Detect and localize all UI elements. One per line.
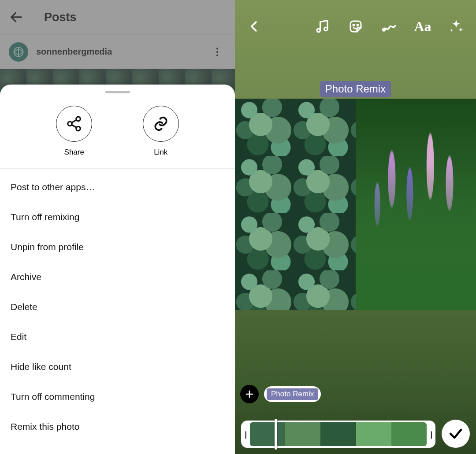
page-title: Posts	[44, 11, 77, 24]
svg-line-8	[72, 120, 77, 122]
link-icon	[143, 106, 179, 142]
posts-screen: Posts sonnenbergmedia Share Link	[0, 0, 235, 454]
text-tool-icon[interactable]: Aa	[413, 16, 433, 37]
option-delete[interactable]: Delete	[0, 292, 235, 322]
svg-point-3	[216, 51, 218, 52]
posts-header: Posts	[0, 0, 235, 34]
svg-line-9	[72, 125, 77, 127]
svg-point-2	[216, 48, 218, 49]
option-edit[interactable]: Edit	[0, 322, 235, 352]
share-label: Share	[64, 148, 84, 157]
add-clip-button[interactable]	[240, 385, 259, 403]
story-back-icon[interactable]	[245, 17, 264, 36]
svg-point-13	[357, 25, 358, 26]
option-remix-this-photo[interactable]: Remix this photo	[0, 412, 235, 442]
music-icon[interactable]	[312, 16, 332, 37]
post-header: sonnenbergmedia	[0, 34, 235, 69]
scribble-icon[interactable]	[379, 16, 399, 37]
collage-left-image	[235, 99, 356, 310]
options-bottom-sheet: Share Link Post to other apps… Turn off …	[0, 85, 235, 454]
option-turn-off-remixing[interactable]: Turn off remixing	[0, 202, 235, 232]
svg-point-10	[317, 29, 320, 32]
photo-remix-chip-label: Photo Remix	[267, 388, 318, 400]
photo-remix-chip[interactable]: Photo Remix	[264, 386, 321, 402]
trim-handle-right[interactable]: ❘	[428, 424, 434, 444]
sparkle-icon[interactable]	[446, 16, 466, 37]
story-tool-icons: Aa	[312, 16, 466, 37]
back-arrow-icon[interactable]	[9, 10, 26, 25]
option-turn-off-commenting[interactable]: Turn off commenting	[0, 382, 235, 412]
sheet-action-row: Share Link	[0, 97, 235, 169]
story-toolbar: Aa	[235, 12, 476, 41]
trim-handle-left[interactable]: ❘	[243, 424, 248, 444]
option-archive[interactable]: Archive	[0, 262, 235, 292]
option-unpin-from-profile[interactable]: Unpin from profile	[0, 232, 235, 262]
timeline-trim-bar[interactable]: ❘ ❘	[241, 421, 435, 448]
timeline-thumbnails[interactable]	[250, 422, 427, 446]
option-hide-like-count[interactable]: Hide like count	[0, 352, 235, 382]
svg-point-4	[216, 54, 218, 56]
collage-right-image	[356, 99, 476, 310]
clip-chip-row: Photo Remix	[240, 385, 321, 403]
photo-remix-badge[interactable]: Photo Remix	[320, 81, 391, 97]
sheet-grabber[interactable]	[105, 91, 130, 93]
more-options-icon[interactable]	[208, 43, 226, 61]
option-post-other-apps[interactable]: Post to other apps…	[0, 172, 235, 202]
remix-collage[interactable]	[235, 99, 476, 310]
svg-point-11	[324, 27, 328, 31]
share-action[interactable]: Share	[56, 106, 92, 157]
timeline-playhead[interactable]	[275, 419, 277, 450]
link-action[interactable]: Link	[143, 106, 179, 157]
svg-point-12	[353, 25, 354, 26]
sheet-options-list: Post to other apps… Turn off remixing Un…	[0, 169, 235, 445]
story-editor-screen: Aa Photo Remix Photo Remix ❘ ❘	[235, 0, 476, 454]
done-button[interactable]	[442, 420, 470, 448]
post-username[interactable]: sonnenbergmedia	[36, 47, 112, 57]
svg-point-14	[383, 29, 385, 31]
share-icon	[56, 106, 92, 142]
avatar[interactable]	[9, 42, 28, 62]
link-label: Link	[154, 148, 167, 157]
sticker-icon[interactable]	[346, 16, 366, 37]
